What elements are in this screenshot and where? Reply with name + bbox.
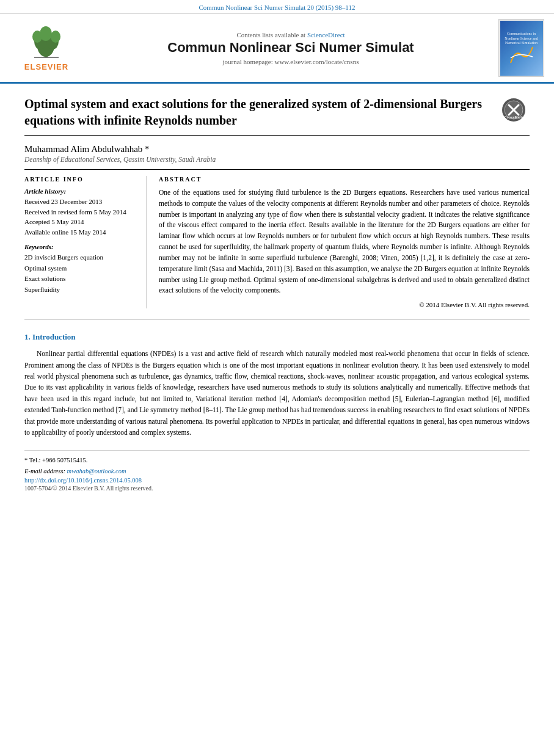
- footer-email-label: E-mail address: mwahab@outlook.com: [24, 468, 530, 474]
- crossmark-badge: CrossMark: [502, 98, 530, 122]
- journal-reference: Commun Nonlinear Sci Numer Simulat 20 (2…: [0, 0, 554, 14]
- history-online: Available online 15 May 2014: [24, 227, 137, 238]
- journal-center: Contents lists available at ScienceDirec…: [89, 31, 492, 65]
- article-title-section: Optimal system and exact solutions for t…: [24, 96, 530, 136]
- history-revised: Received in revised form 5 May 2014: [24, 207, 137, 217]
- svg-point-5: [51, 31, 60, 43]
- journal-title: Commun Nonlinear Sci Numer Simulat: [89, 40, 492, 56]
- contents-line: Contents lists available at ScienceDirec…: [89, 31, 492, 38]
- elsevier-wordmark: ELSEVIER: [24, 62, 68, 71]
- abstract-column: ABSTRACT One of the equations used for s…: [159, 176, 530, 308]
- article-info-column: ARTICLE INFO Article history: Received 2…: [24, 176, 147, 308]
- footer-issn: 1007-5704/© 2014 Elsevier B.V. All right…: [24, 485, 530, 492]
- history-accepted: Accepted 5 May 2014: [24, 217, 137, 227]
- introduction-heading: 1. Introduction: [24, 331, 530, 343]
- copyright-line: © 2014 Elsevier B.V. All rights reserved…: [159, 301, 530, 308]
- article-history-label: Article history:: [24, 187, 137, 195]
- author-affiliation: Deanship of Educational Services, Qassim…: [24, 156, 530, 163]
- keyword-1: 2D inviscid Burgers equation: [24, 252, 137, 263]
- introduction-paragraph: Nonlinear partial differential equations…: [24, 348, 530, 438]
- cover-inner: Communications in Nonlinear Science and …: [500, 21, 543, 76]
- crossmark-icon: CrossMark: [502, 98, 525, 122]
- footer-tel: * Tel.: +966 507515415.: [24, 456, 530, 465]
- journal-cover-image: Communications in Nonlinear Science and …: [498, 19, 544, 77]
- keywords-label: Keywords:: [24, 243, 137, 250]
- section-divider: [24, 319, 530, 320]
- article-body: Optimal system and exact solutions for t…: [0, 84, 554, 504]
- crossmark-svg: CrossMark: [504, 100, 523, 120]
- article-title: Optimal system and exact solutions for t…: [24, 96, 496, 129]
- elsevier-logo: ELSEVIER: [10, 24, 83, 71]
- footer-doi[interactable]: http://dx.doi.org/10.1016/j.cnsns.2014.0…: [24, 477, 530, 484]
- journal-homepage: journal homepage: www.elsevier.com/locat…: [89, 58, 492, 65]
- article-info-abstract-section: ARTICLE INFO Article history: Received 2…: [24, 169, 530, 308]
- author-section: Muhammad Alim Abdulwahhab * Deanship of …: [24, 144, 530, 163]
- abstract-text: One of the equations used for studying f…: [159, 187, 530, 296]
- keyword-4: Superfluidity: [24, 285, 137, 296]
- keyword-3: Exact solutions: [24, 274, 137, 285]
- author-name: Muhammad Alim Abdulwahhab *: [24, 144, 530, 154]
- footer-area: * Tel.: +966 507515415. E-mail address: …: [24, 450, 530, 492]
- abstract-label: ABSTRACT: [159, 176, 530, 183]
- introduction-section: 1. Introduction Nonlinear partial differ…: [24, 331, 530, 438]
- elsevier-tree-icon: [22, 24, 71, 61]
- cover-graph-icon: [509, 46, 534, 64]
- article-info-label: ARTICLE INFO: [24, 176, 137, 183]
- keyword-2: Optimal system: [24, 263, 137, 274]
- history-received: Received 23 December 2013: [24, 197, 137, 207]
- journal-header: ELSEVIER Contents lists available at Sci…: [0, 14, 554, 84]
- svg-text:CrossMark: CrossMark: [504, 115, 523, 119]
- cover-text: Communications in Nonlinear Science and …: [503, 32, 541, 46]
- footer-email-link[interactable]: mwahab@outlook.com: [67, 468, 126, 474]
- svg-point-6: [40, 26, 52, 41]
- sciencedirect-link[interactable]: ScienceDirect: [307, 31, 345, 38]
